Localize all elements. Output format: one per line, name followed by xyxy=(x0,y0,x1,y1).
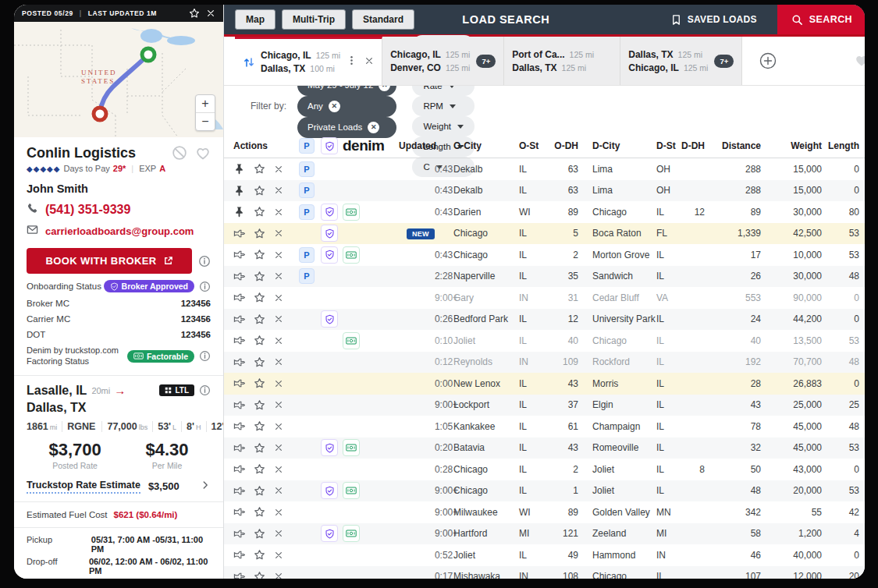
broker-email[interactable]: carrierloadboards@group.com xyxy=(45,225,194,237)
col-updated[interactable]: Updated xyxy=(388,140,447,151)
pin-icon[interactable] xyxy=(233,313,245,325)
pin-icon[interactable] xyxy=(233,549,245,561)
star-icon[interactable] xyxy=(254,377,265,389)
rate-estimate-row[interactable]: Truckstop Rate Estimate $3,500 xyxy=(27,480,211,494)
table-row[interactable]: P NEW9:00+ Lockport IL 37 Elgin IL 43 25… xyxy=(224,395,865,416)
book-info-icon[interactable] xyxy=(198,255,211,267)
star-icon[interactable] xyxy=(254,571,265,579)
remove-icon[interactable] xyxy=(274,250,283,260)
star-icon[interactable] xyxy=(254,442,265,454)
view-button-standard[interactable]: Standard xyxy=(352,9,414,30)
table-row[interactable]: P NEW0:52 Joliet IL 49 Hammond IN 46 40,… xyxy=(224,544,865,566)
zoom-in-button[interactable]: + xyxy=(196,95,215,113)
star-icon[interactable] xyxy=(189,8,200,19)
col-distance[interactable]: Distance xyxy=(705,140,761,151)
search-tab-4[interactable]: Dallas, TX125 mi Chicago, IL125 mi 7+ xyxy=(620,37,742,85)
remove-icon[interactable] xyxy=(274,228,283,238)
remove-icon[interactable] xyxy=(274,508,283,517)
broker-phone[interactable]: (541) 351-9339 xyxy=(45,203,130,217)
filter-pill-removable[interactable]: Any✕ xyxy=(297,96,396,117)
remove-icon[interactable] xyxy=(274,422,283,431)
pin-icon[interactable] xyxy=(233,271,245,282)
pin-icon[interactable] xyxy=(233,485,245,497)
remove-icon[interactable] xyxy=(274,336,283,345)
chevron-right-icon[interactable] xyxy=(200,480,211,494)
view-button-map[interactable]: Map xyxy=(235,9,275,30)
col-actions[interactable]: Actions xyxy=(233,140,299,151)
remove-icon[interactable] xyxy=(274,207,283,217)
table-row[interactable]: P NEW0:43 Dekalb IL 63 Lima OH 288 15,00… xyxy=(224,158,865,180)
pin-icon[interactable] xyxy=(233,506,245,518)
onboarding-info-icon[interactable] xyxy=(199,281,211,292)
table-row[interactable]: P NEW0:12 Reynolds IN 109 Rockford IL 19… xyxy=(224,352,865,374)
remove-icon[interactable] xyxy=(274,551,283,560)
table-row[interactable]: P NEW0:20 Batavia IL 43 Romeoville IL 32… xyxy=(224,437,865,459)
table-row[interactable]: P NEW9:00+ Milwaukee WI 89 Golden Valley… xyxy=(224,501,865,523)
table-row[interactable]: P NEW0:28 Chicago IL 2 Joliet IL 8 50 43… xyxy=(224,459,865,480)
remove-icon[interactable] xyxy=(274,379,283,388)
remove-icon[interactable] xyxy=(274,400,283,409)
pin-icon[interactable] xyxy=(233,377,245,389)
remove-icon[interactable] xyxy=(274,186,283,195)
table-row[interactable]: P NEW Chicago IL 5 Boca Raton FL 1,339 4… xyxy=(224,223,865,245)
star-icon[interactable] xyxy=(254,335,265,346)
col-o-dh[interactable]: O-DH xyxy=(547,140,578,151)
table-row[interactable]: P NEW9:00+ Chicago IL 1 Joliet IL 48 20,… xyxy=(224,480,865,502)
table-row[interactable]: P NEW2:28 Naperville IL 35 Sandwich IL 2… xyxy=(224,266,865,288)
col-o-city[interactable]: O-City xyxy=(447,140,519,151)
kebab-menu-icon[interactable] xyxy=(346,55,357,69)
table-row[interactable]: P NEW0:00 New Lenox IL 43 Morris IL 28 2… xyxy=(224,373,865,395)
table-row[interactable]: P NEW0:10 Joliet IL 40 Chicago IL 40 13,… xyxy=(224,330,865,352)
block-broker-icon[interactable] xyxy=(172,145,187,164)
search-tab-active[interactable]: Chicago, IL125 mi Dallas, TX100 mi xyxy=(235,37,382,85)
table-row[interactable]: P NEW9:00+ Gary IN 31 Cedar Bluff VA 553… xyxy=(224,287,865,309)
star-icon[interactable] xyxy=(254,228,265,239)
col-d-st[interactable]: D-St xyxy=(656,140,680,151)
favorite-broker-icon[interactable] xyxy=(195,145,211,164)
pin-icon[interactable] xyxy=(233,528,245,540)
table-row[interactable]: P NEW0:26 Bedford Park IL 12 University … xyxy=(224,309,865,331)
star-icon[interactable] xyxy=(254,163,265,175)
book-with-broker-button[interactable]: BOOK WITH BROKER xyxy=(27,248,192,274)
remove-icon[interactable] xyxy=(274,293,283,303)
star-icon[interactable] xyxy=(254,292,265,303)
remove-icon[interactable] xyxy=(274,465,283,474)
star-icon[interactable] xyxy=(254,485,265,497)
table-row[interactable]: P NEW0:43 Chicago IL 2 Morton Grove IL 1… xyxy=(224,244,865,266)
pin-icon[interactable] xyxy=(233,249,245,260)
star-icon[interactable] xyxy=(254,549,265,561)
pin-icon[interactable] xyxy=(233,463,245,475)
table-row[interactable]: P NEW0:17 Mishawaka IN 108 Chicago IL 10… xyxy=(224,566,865,579)
pin-icon[interactable] xyxy=(233,206,245,218)
search-button[interactable]: SEARCH xyxy=(777,5,865,34)
table-row[interactable]: P NEW0:43 Dekalb IL 63 Lima OH 288 15,00… xyxy=(224,180,865,202)
col-weight[interactable]: Weight xyxy=(761,140,822,151)
star-icon[interactable] xyxy=(254,399,265,411)
star-icon[interactable] xyxy=(254,356,265,368)
star-icon[interactable] xyxy=(254,185,265,197)
close-tab-icon[interactable] xyxy=(364,56,374,68)
star-icon[interactable] xyxy=(254,313,265,325)
remove-icon[interactable] xyxy=(274,314,283,324)
remove-icon[interactable] xyxy=(274,572,283,579)
remove-icon[interactable] xyxy=(274,357,283,367)
remove-icon[interactable] xyxy=(274,165,283,174)
pin-icon[interactable] xyxy=(233,185,245,197)
star-icon[interactable] xyxy=(254,528,265,540)
col-o-st[interactable]: O-St xyxy=(519,140,547,151)
pin-icon[interactable] xyxy=(233,292,245,303)
table-row[interactable]: P NEW9:00+ Hartford MI 121 Zeeland MI 58… xyxy=(224,523,865,545)
add-search-tab-button[interactable] xyxy=(759,37,777,85)
search-tab-3[interactable]: Port of Ca...125 mi Dallas, TX125 mi xyxy=(504,37,620,85)
search-tab-2[interactable]: Chicago, IL125 mi Denver, CO125 mi 7+ xyxy=(382,37,504,85)
pin-icon[interactable] xyxy=(233,571,245,579)
ltl-info-icon[interactable] xyxy=(199,384,211,396)
star-icon[interactable] xyxy=(254,206,265,218)
col-length[interactable]: Length xyxy=(822,140,859,151)
pin-icon[interactable] xyxy=(233,163,245,175)
remove-filter-icon[interactable]: ✕ xyxy=(329,101,340,112)
col-shield[interactable] xyxy=(321,137,343,154)
view-button-multi-trip[interactable]: Multi-Trip xyxy=(282,9,346,30)
remove-icon[interactable] xyxy=(274,529,283,538)
pin-icon[interactable] xyxy=(233,399,245,411)
